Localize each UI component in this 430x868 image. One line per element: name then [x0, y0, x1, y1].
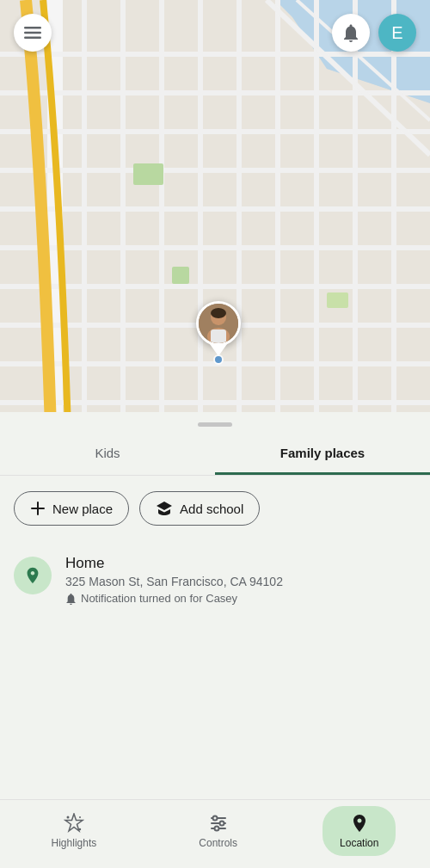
svg-point-39 [79, 816, 81, 818]
svg-rect-3 [82, 0, 87, 456]
place-info: Home 325 Mason St, San Francisco, CA 941… [65, 555, 416, 605]
highlights-label: Highlights [52, 837, 97, 849]
nav-item-controls[interactable]: Controls [181, 806, 255, 856]
map-pin[interactable] [196, 301, 241, 365]
place-notification: Notification turned on for Casey [65, 592, 416, 605]
map-area[interactable]: E [0, 0, 430, 456]
map-header: E [0, 14, 430, 52]
svg-point-45 [219, 821, 224, 825]
tab-kids[interactable]: Kids [0, 434, 215, 475]
avatar-label: E [391, 23, 402, 43]
new-place-label: New place [52, 502, 113, 516]
svg-point-40 [79, 828, 81, 829]
pin-dot [213, 354, 224, 365]
tabs: Kids Family places [0, 434, 430, 476]
svg-rect-7 [236, 0, 242, 456]
plus-icon [30, 501, 46, 516]
new-place-button[interactable]: New place [14, 491, 129, 526]
pin-avatar [196, 301, 241, 346]
svg-rect-15 [0, 168, 430, 173]
bottom-nav: Highlights Controls Location [0, 799, 430, 868]
header-right: E [332, 14, 416, 52]
svg-rect-4 [120, 0, 126, 456]
add-school-label: Add school [180, 502, 243, 516]
sliders-icon [208, 813, 229, 834]
location-nav-icon [349, 813, 370, 834]
add-school-button[interactable]: Add school [139, 491, 260, 526]
location-label: Location [340, 837, 378, 849]
place-address: 325 Mason St, San Francisco, CA 94102 [65, 575, 416, 588]
svg-rect-9 [314, 0, 319, 456]
svg-rect-25 [327, 292, 348, 308]
bell-small-icon [65, 593, 77, 605]
school-icon [156, 501, 173, 516]
person-photo [199, 304, 238, 343]
menu-button[interactable] [14, 14, 52, 52]
hamburger-icon [24, 27, 41, 39]
controls-label: Controls [199, 837, 237, 849]
svg-rect-8 [275, 0, 280, 456]
drag-handle[interactable] [198, 422, 232, 427]
svg-rect-24 [172, 267, 189, 284]
svg-rect-28 [24, 27, 41, 29]
svg-rect-5 [159, 0, 164, 456]
svg-point-33 [211, 308, 226, 318]
place-name: Home [65, 555, 416, 572]
svg-rect-29 [24, 32, 41, 34]
svg-rect-16 [0, 206, 430, 212]
tab-family-places[interactable]: Family places [215, 434, 430, 475]
location-pin-icon [23, 566, 42, 585]
bell-icon [342, 23, 359, 42]
svg-rect-6 [198, 0, 203, 456]
svg-rect-10 [353, 0, 358, 456]
notification-button[interactable] [332, 14, 370, 52]
user-avatar-button[interactable]: E [378, 14, 416, 52]
place-icon-wrap [14, 557, 52, 594]
svg-point-38 [66, 816, 69, 818]
sparkle-icon [64, 813, 84, 834]
svg-rect-14 [0, 129, 430, 134]
svg-rect-11 [391, 0, 396, 456]
svg-point-44 [212, 816, 217, 820]
svg-rect-30 [24, 37, 41, 40]
svg-rect-12 [0, 52, 430, 57]
action-buttons: New place Add school [0, 476, 430, 534]
place-item-home[interactable]: Home 325 Mason St, San Francisco, CA 941… [14, 545, 416, 615]
nav-item-highlights[interactable]: Highlights [34, 806, 114, 856]
place-list: Home 325 Mason St, San Francisco, CA 941… [0, 534, 430, 625]
svg-rect-17 [0, 245, 430, 250]
svg-rect-23 [133, 163, 163, 185]
nav-item-location[interactable]: Location [322, 806, 396, 856]
svg-rect-35 [211, 329, 226, 343]
svg-point-46 [214, 826, 218, 830]
